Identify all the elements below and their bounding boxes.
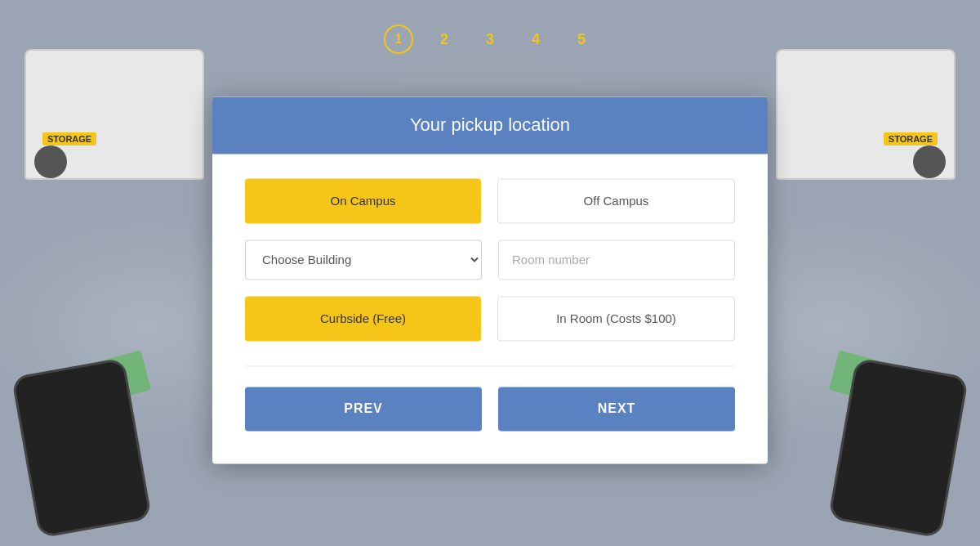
location-type-row: On Campus Off Campus	[245, 178, 735, 223]
step-1: 1	[384, 25, 413, 54]
inroom-button[interactable]: In Room (Costs $100)	[497, 296, 735, 341]
modal-title: Your pickup location	[410, 114, 570, 135]
step-2: 2	[430, 25, 459, 54]
on-campus-button[interactable]: On Campus	[245, 178, 481, 223]
off-campus-button[interactable]: Off Campus	[497, 178, 735, 223]
prev-button[interactable]: PREV	[245, 387, 482, 431]
step-5: 5	[567, 25, 596, 54]
step-4: 4	[521, 25, 550, 54]
pickup-location-modal: Your pickup location On Campus Off Campu…	[212, 96, 768, 463]
curbside-button[interactable]: Curbside (Free)	[245, 296, 481, 341]
modal-header: Your pickup location	[212, 96, 768, 154]
building-room-row: Choose Building Building A Building B Bu…	[245, 239, 735, 280]
pickup-type-row: Curbside (Free) In Room (Costs $100)	[245, 296, 735, 341]
truck-left-decoration	[24, 49, 204, 180]
section-divider	[245, 365, 735, 366]
building-select[interactable]: Choose Building Building A Building B Bu…	[245, 239, 482, 280]
room-number-input[interactable]	[498, 239, 735, 280]
step-3: 3	[475, 25, 505, 54]
navigation-row: PREV NEXT	[245, 387, 735, 431]
truck-right-decoration	[776, 49, 956, 180]
modal-body: On Campus Off Campus Choose Building Bui…	[212, 154, 768, 463]
step-indicator: 1 2 3 4 5	[384, 25, 596, 54]
next-button[interactable]: NEXT	[498, 387, 735, 431]
